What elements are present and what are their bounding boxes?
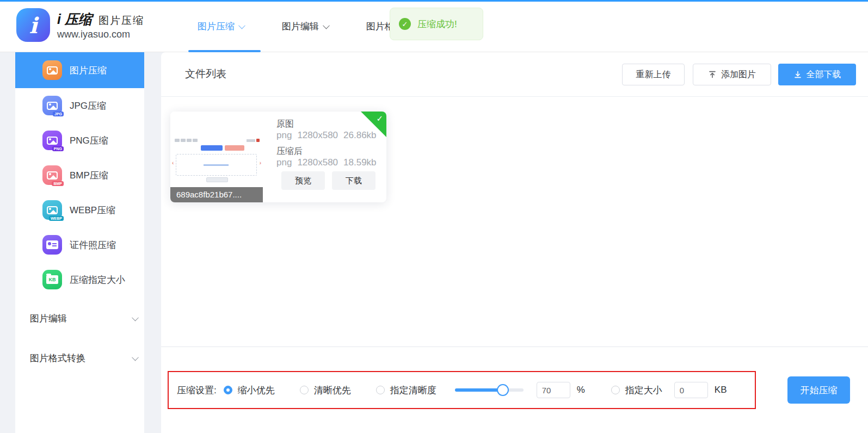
download-button[interactable]: 下载 <box>332 171 375 190</box>
sidebar-section-image-edit[interactable]: 图片编辑 <box>30 304 138 333</box>
check-icon: ✓ <box>376 114 383 123</box>
success-check-icon: ✓ <box>399 18 411 30</box>
option-custom-clarity[interactable]: 指定清晰度 <box>376 384 436 397</box>
thumb-clear-button-decoration <box>225 145 244 151</box>
top-accent-line <box>0 0 868 2</box>
chevron-down-icon <box>132 354 139 361</box>
sidebar-item-label: WEBP压缩 <box>70 204 115 216</box>
radio-label: 指定清晰度 <box>390 384 436 397</box>
brand-name: i 压缩 <box>57 10 92 28</box>
preview-button[interactable]: 预览 <box>281 171 325 190</box>
radio-label: 缩小优先 <box>238 384 275 397</box>
start-compress-button[interactable]: 开始压缩 <box>787 376 850 404</box>
nav-tab-label: 图片编辑 <box>282 20 319 33</box>
target-size-input[interactable] <box>674 382 708 398</box>
file-card: ‹ › 689ac8fb21b67.... ✓ 原图 png1280x58026… <box>170 112 386 202</box>
file-thumbnail: ‹ › <box>170 112 263 187</box>
success-toast: ✓ 压缩成功! <box>390 8 483 40</box>
quality-unit: % <box>577 385 585 395</box>
jpg-compress-icon: JPG <box>42 96 62 115</box>
sidebar-item-label: 压缩指定大小 <box>70 274 125 286</box>
download-all-button[interactable]: 全部下载 <box>778 64 856 85</box>
sidebar: 图片压缩 JPG JPG压缩 PNG PNG压缩 BMP BMP压缩 WEBP … <box>15 52 144 433</box>
radio-label: 清晰优先 <box>314 384 351 397</box>
original-info: png1280x58026.86kb <box>276 130 382 141</box>
sidebar-section-label: 图片编辑 <box>30 312 67 325</box>
thumb-upload-button-decoration <box>201 145 223 151</box>
png-compress-icon: PNG <box>42 131 62 150</box>
download-all-label: 全部下载 <box>807 69 841 81</box>
compressed-info: png1280x58018.59kb <box>276 157 382 168</box>
quality-slider-handle[interactable] <box>497 384 509 396</box>
sidebar-item-target-size-compress[interactable]: KB 压缩指定大小 <box>15 262 144 297</box>
sidebar-item-label: 证件照压缩 <box>70 239 116 251</box>
main-panel: 文件列表 重新上传 添加图片 全部下载 ‹ › 689ac8fb21b67...… <box>161 52 868 433</box>
quality-slider-fill <box>455 388 503 392</box>
sidebar-section-label: 图片格式转换 <box>30 352 85 364</box>
brand-product: 图片压缩 <box>99 14 144 28</box>
sidebar-item-jpg-compress[interactable]: JPG JPG压缩 <box>15 88 144 123</box>
page-title: 文件列表 <box>185 67 226 81</box>
option-target-size[interactable]: 指定大小 <box>611 384 662 397</box>
add-images-button[interactable]: 添加图片 <box>693 64 771 85</box>
radio-label: 指定大小 <box>625 384 662 397</box>
compressed-label: 压缩后 <box>276 146 303 157</box>
brand[interactable]: i i 压缩 图片压缩 www.iyasuo.com <box>16 8 144 42</box>
upload-icon <box>708 70 717 79</box>
sidebar-item-png-compress[interactable]: PNG PNG压缩 <box>15 123 144 158</box>
add-images-label: 添加图片 <box>721 69 756 81</box>
thumb-dropzone-decoration <box>176 154 257 176</box>
header-divider <box>161 96 868 97</box>
radio-icon[interactable] <box>376 386 385 394</box>
thumb-format-badges <box>175 139 198 142</box>
thumb-arrow-right: › <box>260 160 261 166</box>
option-clarity-first[interactable]: 清晰优先 <box>300 384 351 397</box>
bmp-compress-icon: BMP <box>42 165 62 185</box>
active-tab-underline <box>188 50 261 52</box>
sidebar-item-id-photo-compress[interactable]: 证件照压缩 <box>15 227 144 262</box>
sidebar-item-label: BMP压缩 <box>70 169 108 182</box>
original-label: 原图 <box>276 119 294 130</box>
download-icon <box>793 70 802 79</box>
file-name: 689ac8fb21b67.... <box>170 187 263 202</box>
chevron-down-icon <box>238 22 245 29</box>
image-compress-icon <box>42 60 62 80</box>
webp-compress-icon: WEBP <box>42 200 62 220</box>
sidebar-item-label: 图片压缩 <box>70 64 107 77</box>
reupload-button[interactable]: 重新上传 <box>622 64 685 85</box>
settings-label: 压缩设置: <box>177 384 217 397</box>
sidebar-item-webp-compress[interactable]: WEBP WEBP压缩 <box>15 193 144 227</box>
sidebar-item-label: PNG压缩 <box>70 134 108 147</box>
radio-icon[interactable] <box>224 386 232 394</box>
compression-settings: 压缩设置: 缩小优先 清晰优先 指定清晰度 % 指定大小 KB <box>168 371 756 409</box>
thumb-close-decoration <box>247 139 260 142</box>
quality-slider[interactable] <box>455 384 524 396</box>
chevron-down-icon <box>132 314 139 321</box>
nav-tab-image-edit[interactable]: 图片编辑 <box>282 0 329 52</box>
nav-tab-label: 图片压缩 <box>198 20 235 33</box>
nav-tab-image-compress[interactable]: 图片压缩 <box>198 0 244 52</box>
sidebar-item-label: JPG压缩 <box>70 100 106 112</box>
radio-icon[interactable] <box>300 386 309 394</box>
kb-folder-icon: KB <box>42 270 62 289</box>
settings-divider <box>161 347 868 347</box>
logo-icon: i <box>16 8 50 42</box>
thumb-arrow-left: ‹ <box>172 160 174 166</box>
chevron-down-icon <box>323 22 330 29</box>
option-shrink-first[interactable]: 缩小优先 <box>224 384 275 397</box>
sidebar-item-image-compress[interactable]: 图片压缩 <box>15 52 144 88</box>
thumb-pill-decoration <box>206 177 228 182</box>
quality-input[interactable] <box>537 382 570 398</box>
app-header: i i 压缩 图片压缩 www.iyasuo.com 图片压缩 图片编辑 图片格… <box>0 0 868 52</box>
sidebar-section-format-convert[interactable]: 图片格式转换 <box>30 343 138 373</box>
brand-text: i 压缩 图片压缩 www.iyasuo.com <box>57 10 144 40</box>
target-size-unit: KB <box>715 385 727 395</box>
reupload-label: 重新上传 <box>636 69 671 81</box>
sidebar-item-bmp-compress[interactable]: BMP BMP压缩 <box>15 158 144 193</box>
brand-url: www.iyasuo.com <box>57 29 144 40</box>
toast-message: 压缩成功! <box>417 18 457 30</box>
id-photo-icon <box>42 235 62 255</box>
radio-icon[interactable] <box>611 386 620 394</box>
